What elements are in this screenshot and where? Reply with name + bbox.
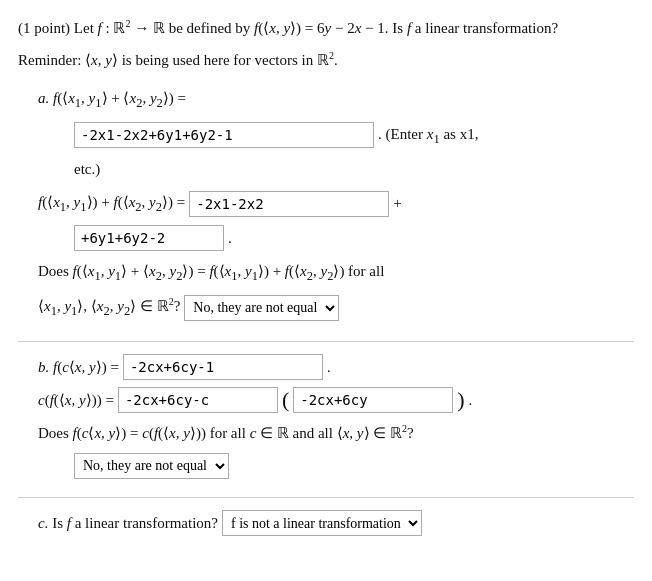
part-b-line2: c(f(⟨x, y⟩)) = ( ) . <box>38 387 634 414</box>
part-a-hint2: etc.) <box>38 156 634 183</box>
part-a-question2: ⟨x1, y1⟩, ⟨x2, y2⟩ ∈ ℝ2? No, they are no… <box>38 293 634 323</box>
part-a-question2-text: ⟨x1, y1⟩, ⟨x2, y2⟩ ∈ ℝ2? <box>38 293 180 323</box>
part-a-dot: . <box>228 225 232 252</box>
part-a-question: Does f(⟨x1, y1⟩ + ⟨x2, y2⟩) = f(⟨x1, y1⟩… <box>38 258 634 288</box>
separator-bc <box>18 497 634 498</box>
part-b-dot: . <box>327 354 331 381</box>
part-b-line1: b. f(c⟨x, y⟩) = . <box>38 354 634 381</box>
part-a-label: a. f(⟨x1, y1⟩ + ⟨x2, y2⟩) = <box>38 85 186 115</box>
part-c-label: c. Is f a linear transformation? <box>38 510 218 537</box>
part-b-dot2: . <box>469 387 473 414</box>
part-b-select[interactable]: No, they are not equal Yes, they are equ… <box>74 453 229 479</box>
part-b-select-row: No, they are not equal Yes, they are equ… <box>38 453 634 479</box>
reminder: Reminder: ⟨x, y⟩ is being used here for … <box>18 48 634 72</box>
part-a-select[interactable]: No, they are not equal Yes, they are equ… <box>184 295 339 321</box>
open-paren: ( <box>282 389 289 411</box>
part-a-input1[interactable] <box>74 122 374 148</box>
part-b-label: b. f(c⟨x, y⟩) = <box>38 354 119 381</box>
part-a-input1-row: . (Enter x1 as x1, <box>38 121 634 151</box>
part-b-input1[interactable] <box>123 354 323 380</box>
part-a-plus: + <box>393 190 401 217</box>
part-a-line2: f(⟨x1, y1⟩) + f(⟨x2, y2⟩) = + <box>38 189 634 219</box>
part-a-line1: a. f(⟨x1, y1⟩ + ⟨x2, y2⟩) = <box>38 85 634 115</box>
separator-ab <box>18 341 634 342</box>
close-paren: ) <box>457 389 464 411</box>
part-a-sum-label: f(⟨x1, y1⟩) + f(⟨x2, y2⟩) = <box>38 189 185 219</box>
etc-text: etc.) <box>74 156 100 183</box>
part-b-input3[interactable] <box>293 387 453 413</box>
part-b-cf-label: c(f(⟨x, y⟩)) = <box>38 387 114 414</box>
part-c-line: c. Is f a linear transformation? f is no… <box>38 510 634 537</box>
problem-header: (1 point) Let f : ℝ2 → ℝ be defined by f… <box>18 16 634 40</box>
part-b: b. f(c⟨x, y⟩) = . c(f(⟨x, y⟩)) = ( ) . D… <box>18 354 634 479</box>
part-a: a. f(⟨x1, y1⟩ + ⟨x2, y2⟩) = . (Enter x1 … <box>18 85 634 323</box>
problem-container: (1 point) Let f : ℝ2 → ℝ be defined by f… <box>18 16 634 537</box>
part-b-question: Does f(c⟨x, y⟩) = c(f(⟨x, y⟩)) for all c… <box>38 420 634 447</box>
part-a-question-text: Does f(⟨x1, y1⟩ + ⟨x2, y2⟩) = f(⟨x1, y1⟩… <box>38 258 384 288</box>
header-text: (1 point) Let f : ℝ2 → ℝ be defined by f… <box>18 20 558 36</box>
part-b-question-text: Does f(c⟨x, y⟩) = c(f(⟨x, y⟩)) for all c… <box>38 420 414 447</box>
part-a-hint: . (Enter x1 as x1, <box>378 121 478 151</box>
part-a-input2[interactable] <box>189 191 389 217</box>
part-a-input3-row: . <box>38 225 634 252</box>
part-a-input3[interactable] <box>74 225 224 251</box>
part-c-select[interactable]: f is not a linear transformation f is a … <box>222 510 422 536</box>
part-b-input2[interactable] <box>118 387 278 413</box>
part-c: c. Is f a linear transformation? f is no… <box>18 510 634 537</box>
